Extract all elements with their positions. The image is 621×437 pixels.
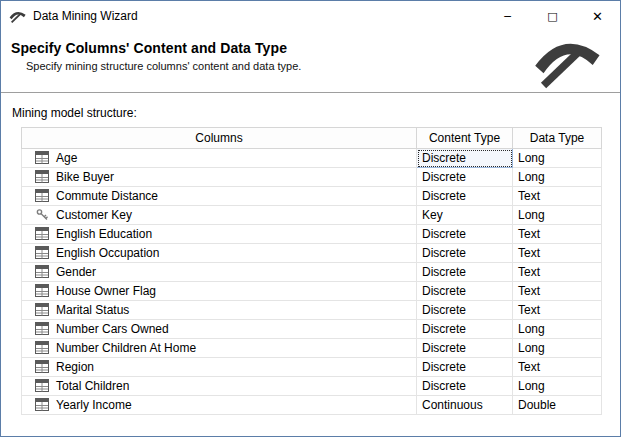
- table-row[interactable]: Total ChildrenDiscreteLong: [22, 377, 602, 396]
- column-name-cell[interactable]: English Occupation: [22, 244, 417, 263]
- grid-body: AgeDiscreteLongBike BuyerDiscreteLongCom…: [22, 149, 602, 415]
- page-subtitle: Specify mining structure columns' conten…: [26, 60, 608, 72]
- data-type-cell[interactable]: Long: [513, 339, 602, 358]
- table-row[interactable]: Yearly IncomeContinuousDouble: [22, 396, 602, 415]
- content-type-cell[interactable]: Continuous: [417, 396, 513, 415]
- maximize-button[interactable]: □: [530, 1, 575, 31]
- structure-label: Mining model structure:: [12, 106, 600, 120]
- column-name: Bike Buyer: [56, 170, 114, 184]
- columns-header: Columns: [22, 128, 417, 149]
- table-icon: [35, 284, 49, 297]
- key-icon: [35, 208, 49, 221]
- data-type-cell[interactable]: Text: [513, 301, 602, 320]
- content-type-cell[interactable]: Discrete: [417, 377, 513, 396]
- column-name-cell[interactable]: Total Children: [22, 377, 417, 396]
- table-icon: [35, 322, 49, 335]
- mining-structure-grid: Columns Content Type Data Type AgeDiscre…: [21, 127, 602, 415]
- window-title: Data Mining Wizard: [33, 9, 138, 23]
- table-row[interactable]: Number Cars OwnedDiscreteLong: [22, 320, 602, 339]
- table-icon: [35, 151, 49, 164]
- table-row[interactable]: English EducationDiscreteText: [22, 225, 602, 244]
- data-type-cell[interactable]: Text: [513, 263, 602, 282]
- data-type-cell[interactable]: Long: [513, 149, 602, 168]
- content-type-cell[interactable]: Discrete: [417, 320, 513, 339]
- column-name: Number Cars Owned: [56, 322, 169, 336]
- data-type-cell[interactable]: Text: [513, 244, 602, 263]
- column-name-cell[interactable]: Gender: [22, 263, 417, 282]
- table-icon: [35, 265, 49, 278]
- data-type-cell[interactable]: Long: [513, 377, 602, 396]
- column-name-cell[interactable]: Marital Status: [22, 301, 417, 320]
- content-type-cell[interactable]: Discrete: [417, 149, 513, 168]
- close-button[interactable]: ✕: [575, 1, 620, 31]
- table-row[interactable]: English OccupationDiscreteText: [22, 244, 602, 263]
- column-name-cell[interactable]: Customer Key: [22, 206, 417, 225]
- pickaxe-icon: [526, 34, 608, 90]
- column-name-cell[interactable]: Region: [22, 358, 417, 377]
- column-name: English Education: [56, 227, 152, 241]
- table-icon: [35, 189, 49, 202]
- column-name: Customer Key: [56, 208, 132, 222]
- content-type-cell[interactable]: Discrete: [417, 263, 513, 282]
- table-row[interactable]: Marital StatusDiscreteText: [22, 301, 602, 320]
- data-type-cell[interactable]: Long: [513, 320, 602, 339]
- column-name: Gender: [56, 265, 96, 279]
- content-type-cell[interactable]: Discrete: [417, 282, 513, 301]
- column-name: Commute Distance: [56, 189, 158, 203]
- table-icon: [35, 227, 49, 240]
- data-type-cell[interactable]: Text: [513, 187, 602, 206]
- table-row[interactable]: Bike BuyerDiscreteLong: [22, 168, 602, 187]
- column-name: Total Children: [56, 379, 129, 393]
- data-type-cell[interactable]: Long: [513, 206, 602, 225]
- column-name-cell[interactable]: Yearly Income: [22, 396, 417, 415]
- column-name-cell[interactable]: Bike Buyer: [22, 168, 417, 187]
- window-controls: ─ □ ✕: [485, 1, 620, 31]
- pickaxe-icon: [9, 8, 26, 25]
- content-type-cell[interactable]: Discrete: [417, 339, 513, 358]
- data-type-cell[interactable]: Text: [513, 282, 602, 301]
- table-icon: [35, 398, 49, 411]
- column-name-cell[interactable]: House Owner Flag: [22, 282, 417, 301]
- page-title: Specify Columns' Content and Data Type: [11, 40, 608, 56]
- table-row[interactable]: RegionDiscreteText: [22, 358, 602, 377]
- table-row[interactable]: GenderDiscreteText: [22, 263, 602, 282]
- column-name-cell[interactable]: Commute Distance: [22, 187, 417, 206]
- data-type-cell[interactable]: Text: [513, 225, 602, 244]
- table-icon: [35, 246, 49, 259]
- table-row[interactable]: Commute DistanceDiscreteText: [22, 187, 602, 206]
- column-name: Yearly Income: [56, 398, 132, 412]
- column-name: Marital Status: [56, 303, 129, 317]
- content-type-cell[interactable]: Discrete: [417, 225, 513, 244]
- data-type-cell[interactable]: Long: [513, 168, 602, 187]
- content-type-cell[interactable]: Discrete: [417, 187, 513, 206]
- table-row[interactable]: AgeDiscreteLong: [22, 149, 602, 168]
- grid-header: Columns Content Type Data Type: [22, 128, 602, 149]
- wizard-header: Specify Columns' Content and Data Type S…: [1, 31, 620, 93]
- table-row[interactable]: Number Children At HomeDiscreteLong: [22, 339, 602, 358]
- content-type-cell[interactable]: Discrete: [417, 168, 513, 187]
- column-name-cell[interactable]: Number Children At Home: [22, 339, 417, 358]
- column-name-cell[interactable]: Age: [22, 149, 417, 168]
- column-name-cell[interactable]: English Education: [22, 225, 417, 244]
- data-mining-wizard-window: Data Mining Wizard ─ □ ✕ Specify Columns…: [0, 0, 621, 437]
- content-type-cell[interactable]: Discrete: [417, 358, 513, 377]
- table-icon: [35, 303, 49, 316]
- content-type-cell[interactable]: Discrete: [417, 244, 513, 263]
- table-row[interactable]: Customer KeyKeyLong: [22, 206, 602, 225]
- column-name: Region: [56, 360, 94, 374]
- table-row[interactable]: House Owner FlagDiscreteText: [22, 282, 602, 301]
- content-type-header: Content Type: [417, 128, 513, 149]
- data-type-cell[interactable]: Text: [513, 358, 602, 377]
- content-type-cell[interactable]: Discrete: [417, 301, 513, 320]
- table-icon: [35, 170, 49, 183]
- table-icon: [35, 341, 49, 354]
- column-name: English Occupation: [56, 246, 159, 260]
- content-type-cell[interactable]: Key: [417, 206, 513, 225]
- minimize-button[interactable]: ─: [485, 1, 530, 31]
- column-name-cell[interactable]: Number Cars Owned: [22, 320, 417, 339]
- column-name: Number Children At Home: [56, 341, 196, 355]
- wizard-body: Mining model structure: Columns Content …: [1, 93, 620, 436]
- data-type-cell[interactable]: Double: [513, 396, 602, 415]
- titlebar: Data Mining Wizard ─ □ ✕: [1, 1, 620, 31]
- table-icon: [35, 360, 49, 373]
